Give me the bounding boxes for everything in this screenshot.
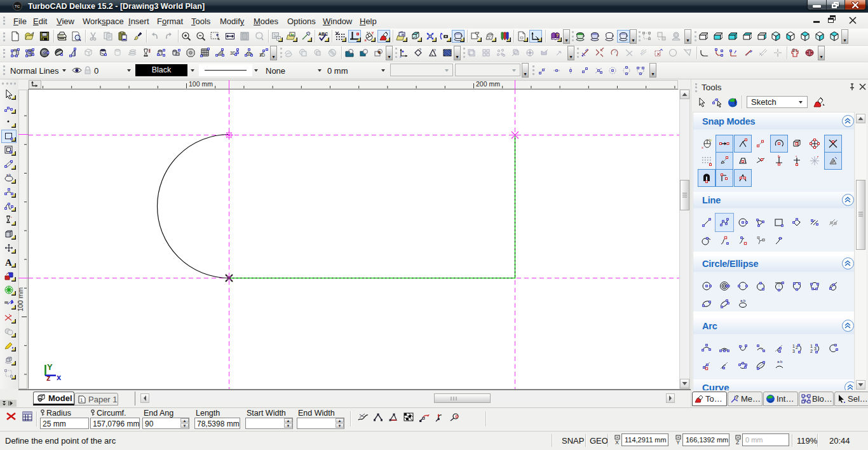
svg-text:Y: Y	[372, 31, 374, 35]
svg-text:1: 1	[792, 344, 795, 348]
svg-text:x: x	[702, 146, 703, 149]
svg-text:a:b: a:b	[740, 299, 746, 303]
svg-text:ABC: ABC	[318, 32, 328, 36]
svg-text:a:b: a:b	[777, 360, 783, 364]
svg-text:3: 3	[792, 349, 795, 353]
svg-text:X: X	[615, 439, 619, 445]
svg-text:3: 3	[814, 346, 817, 351]
svg-text:Y: Y	[710, 139, 712, 142]
svg-text:?: ?	[433, 48, 436, 53]
svg-text:3D: 3D	[259, 53, 265, 57]
svg-text:a:b: a:b	[6, 173, 11, 177]
svg-text:TC: TC	[15, 4, 20, 8]
svg-text:Y: Y	[676, 439, 680, 445]
svg-text:2: 2	[810, 349, 813, 353]
svg-text:Z: Z	[736, 439, 740, 445]
svg-text:Y: Y	[47, 362, 53, 372]
svg-text:?: ?	[419, 48, 421, 52]
svg-text:x: x	[57, 372, 62, 382]
svg-text:z: z	[46, 373, 51, 383]
svg-text:1: 1	[80, 397, 83, 403]
svg-text:?: ?	[556, 33, 559, 38]
svg-text:1: 1	[810, 344, 813, 348]
svg-text:?: ?	[735, 394, 739, 400]
